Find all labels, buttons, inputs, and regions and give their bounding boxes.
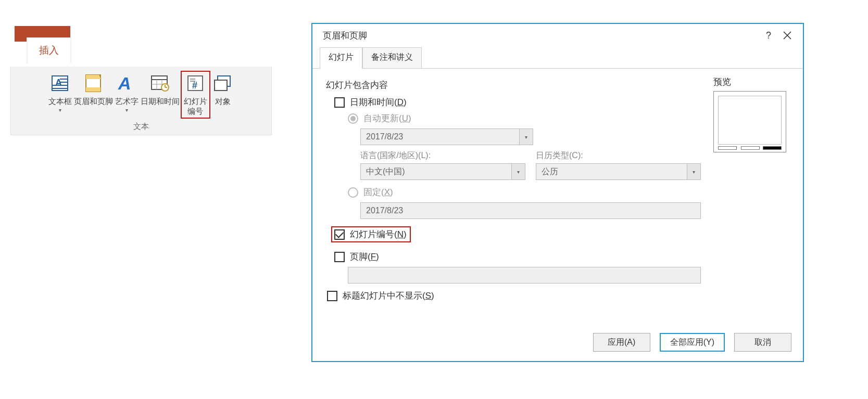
field-label: 日历类型(C): (536, 150, 701, 161)
date-format-select[interactable]: 2017/8/23 ▾ (360, 128, 533, 145)
preview-thumbnail (713, 91, 786, 152)
close-button[interactable] (778, 26, 797, 45)
preview-placeholder-footer (741, 146, 760, 150)
ribbon-btn-label: 日期和时间 (141, 97, 180, 107)
ribbon-btn-label-line2: 编号 (187, 107, 203, 117)
language-select[interactable]: 中文(中国) ▾ (360, 163, 525, 180)
slide-number-icon: # (184, 72, 207, 95)
dropdown-arrow-icon: ▾ (59, 108, 61, 113)
textbox-icon: A (48, 72, 71, 95)
radio-fixed[interactable]: 固定(X) (348, 186, 701, 198)
checkbox-label: 页脚(F) (350, 251, 379, 263)
select-value: 公历 (536, 166, 687, 177)
checkbox-icon (327, 291, 337, 301)
ribbon-btn-textbox[interactable]: A 文本框 ▾ (47, 71, 73, 119)
tab-notes-handout[interactable]: 备注和讲义 (362, 47, 422, 69)
field-label: 语言(国家/地区)(L): (360, 150, 525, 161)
ribbon-text-group: 插入 A 文本框 ▾ 页眉和页脚 A 艺术字 (10, 26, 272, 135)
checkbox-label: 日期和时间(D) (350, 96, 407, 108)
svg-text:A: A (118, 73, 131, 93)
svg-rect-24 (215, 80, 227, 91)
checkbox-label: 标题幻灯片中不显示(S) (343, 290, 434, 302)
preview-placeholder-date (718, 146, 737, 150)
datetime-icon (148, 72, 171, 95)
svg-text:#: # (192, 80, 197, 91)
header-footer-icon (82, 72, 105, 95)
ribbon-group-label: 文本 (14, 122, 268, 132)
ribbon-btn-label: 页眉和页脚 (74, 97, 113, 107)
ribbon-tab-insert[interactable]: 插入 (27, 37, 71, 63)
dropdown-arrow-icon: ▾ (125, 108, 128, 113)
svg-rect-8 (86, 87, 100, 92)
fixed-date-input[interactable]: 2017/8/23 (360, 202, 701, 219)
cancel-button[interactable]: 取消 (734, 333, 791, 352)
ribbon-btn-label: 对象 (215, 97, 231, 107)
wordart-icon: A (115, 72, 138, 95)
radio-label: 固定(X) (363, 186, 393, 198)
radio-icon (348, 187, 358, 198)
ribbon-btn-label: 幻灯片 (184, 97, 207, 107)
object-icon (211, 72, 234, 95)
radio-icon (348, 113, 358, 124)
preview-label: 预览 (713, 76, 791, 88)
checkbox-date-time[interactable]: 日期和时间(D) (334, 96, 701, 108)
tab-slide[interactable]: 幻灯片 (320, 47, 362, 69)
checkbox-label: 幻灯片编号(N) (350, 228, 407, 240)
ribbon-btn-header-footer[interactable]: 页眉和页脚 (73, 71, 114, 119)
ribbon-btn-slide-number[interactable]: # 幻灯片 编号 (181, 71, 210, 119)
apply-button[interactable]: 应用(A) (593, 333, 650, 352)
chevron-down-icon: ▾ (511, 164, 525, 179)
help-button[interactable]: ? (759, 26, 778, 45)
ribbon-btn-object[interactable]: 对象 (210, 71, 235, 119)
dialog-button-row: 应用(A) 全部应用(Y) 取消 (312, 326, 803, 361)
select-value: 中文(中国) (361, 166, 511, 177)
radio-label: 自动更新(U) (363, 112, 411, 124)
calendar-type-select[interactable]: 公历 ▾ (536, 163, 701, 180)
checkbox-icon (334, 97, 345, 108)
checkbox-footer[interactable]: 页脚(F) (334, 251, 701, 263)
dialog-title: 页眉和页脚 (323, 30, 759, 42)
checkbox-hide-on-title[interactable]: 标题幻灯片中不显示(S) (327, 290, 701, 302)
ribbon-btn-label: 文本框 (48, 97, 72, 107)
checkbox-icon (334, 229, 345, 240)
apply-all-button[interactable]: 全部应用(Y) (660, 333, 725, 352)
ribbon-btn-datetime[interactable]: 日期和时间 (140, 71, 181, 119)
ribbon-btn-wordart[interactable]: A 艺术字 ▾ (114, 71, 140, 119)
chevron-down-icon: ▾ (687, 164, 700, 179)
section-heading: 幻灯片包含内容 (326, 79, 701, 91)
radio-auto-update[interactable]: 自动更新(U) (348, 112, 701, 124)
select-value: 2017/8/23 (361, 132, 519, 141)
ribbon-btn-label: 艺术字 (115, 97, 139, 107)
chevron-down-icon: ▾ (519, 129, 533, 145)
header-footer-dialog: 页眉和页脚 ? 幻灯片 备注和讲义 幻灯片包含内容 日期和时间(D) 自动更新(… (311, 23, 804, 362)
checkbox-slide-number[interactable]: 幻灯片编号(N) (331, 226, 411, 242)
checkbox-icon (334, 252, 345, 262)
dialog-titlebar: 页眉和页脚 ? (312, 24, 803, 47)
close-icon (783, 31, 792, 40)
dialog-tabs: 幻灯片 备注和讲义 (312, 47, 803, 69)
footer-text-input[interactable] (348, 267, 701, 284)
preview-placeholder-number (763, 146, 782, 150)
svg-rect-7 (86, 75, 100, 79)
